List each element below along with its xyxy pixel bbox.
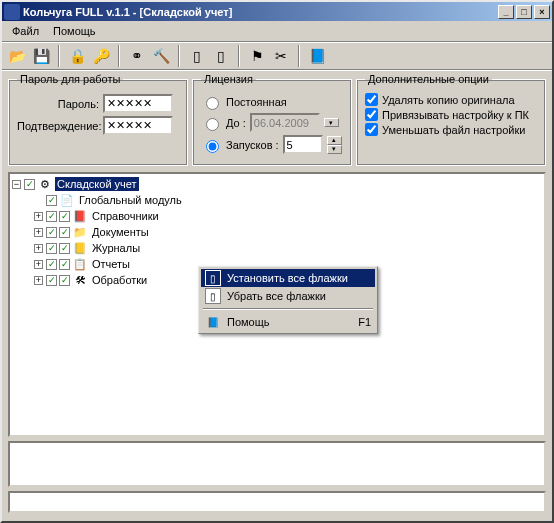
runs-input[interactable] xyxy=(283,135,323,154)
titlebar: Кольчуга FULL v.1.1 - [Складской учет] _… xyxy=(2,2,552,21)
runs-spin-down[interactable]: ▾ xyxy=(327,145,342,154)
expander-root[interactable]: − xyxy=(12,180,21,189)
maximize-button[interactable]: □ xyxy=(516,5,532,19)
tb-uncheckall-icon[interactable]: ▯ xyxy=(210,45,232,67)
book-icon: 📕 xyxy=(72,210,88,223)
report-icon: 📋 xyxy=(72,258,88,271)
process-icon: 🛠 xyxy=(72,274,88,286)
tree-n5[interactable]: Отчеты xyxy=(90,257,132,271)
status-panel xyxy=(8,491,546,513)
until-date-input[interactable] xyxy=(250,113,320,132)
tb-checkall-icon[interactable]: ▯ xyxy=(186,45,208,67)
menu-help[interactable]: Помощь xyxy=(47,23,102,39)
tb-lock-icon[interactable]: 🔒 xyxy=(66,45,88,67)
check-off-icon: ▯ xyxy=(205,288,221,304)
context-menu: ▯ Установить все флажки ▯ Убрать все фла… xyxy=(198,266,378,334)
label-opt2: Привязывать настройку к ПК xyxy=(382,109,529,121)
help-book-icon: 📘 xyxy=(205,314,221,330)
tree-n6[interactable]: Обработки xyxy=(90,273,149,287)
confirm-input[interactable] xyxy=(103,116,173,135)
expander-n5[interactable]: + xyxy=(34,260,43,269)
tb-tool-icon[interactable]: ✂ xyxy=(270,45,292,67)
check-reduce-file[interactable] xyxy=(365,123,378,136)
tb-open-icon[interactable]: 📂 xyxy=(6,45,28,67)
cm-set-all[interactable]: ▯ Установить все флажки xyxy=(201,269,375,287)
check2-n3[interactable]: ✓ xyxy=(59,227,70,238)
tb-key-icon[interactable]: 🔑 xyxy=(90,45,112,67)
check2-n6[interactable]: ✓ xyxy=(59,275,70,286)
check2-n2[interactable]: ✓ xyxy=(59,211,70,222)
cm-help[interactable]: 📘 Помощь F1 xyxy=(201,313,375,331)
check-n6[interactable]: ✓ xyxy=(46,275,57,286)
minimize-button[interactable]: _ xyxy=(498,5,514,19)
password-input[interactable] xyxy=(103,94,173,113)
tb-help-icon[interactable]: 📘 xyxy=(306,45,328,67)
menubar: Файл Помощь xyxy=(2,21,552,41)
label-opt1: Удалять копию оригинала xyxy=(382,94,515,106)
check-n1[interactable]: ✓ xyxy=(46,195,57,206)
menu-file[interactable]: Файл xyxy=(6,23,45,39)
expander-n6[interactable]: + xyxy=(34,276,43,285)
cm-help-key: F1 xyxy=(358,316,371,328)
label-runs: Запусков : xyxy=(226,139,279,151)
password-label: Пароль: xyxy=(17,98,99,110)
runs-spin-up[interactable]: ▴ xyxy=(327,136,342,145)
confirm-label: Подтверждение: xyxy=(17,120,99,132)
toolbar: 📂 💾 🔒 🔑 ⚭ 🔨 ▯ ▯ ⚑ ✂ 📘 xyxy=(2,41,552,71)
check-n4[interactable]: ✓ xyxy=(46,243,57,254)
expander-n4[interactable]: + xyxy=(34,244,43,253)
group-password-legend: Пароль для работы xyxy=(17,73,123,85)
tb-flag-icon[interactable]: ⚑ xyxy=(246,45,268,67)
label-opt3: Уменьшать файл настройки xyxy=(382,124,525,136)
tree-n1[interactable]: Глобальный модуль xyxy=(77,193,184,207)
check-n3[interactable]: ✓ xyxy=(46,227,57,238)
radio-permanent[interactable] xyxy=(206,97,219,110)
tree-n3[interactable]: Документы xyxy=(90,225,151,239)
cm-clear-all[interactable]: ▯ Убрать все флажки xyxy=(201,287,375,305)
group-password: Пароль для работы Пароль: Подтверждение: xyxy=(8,73,188,166)
expander-n2[interactable]: + xyxy=(34,212,43,221)
tree-n4[interactable]: Журналы xyxy=(90,241,142,255)
title-text: Кольчуга FULL v.1.1 - [Складской учет] xyxy=(23,6,496,18)
group-options-legend: Дополнительные опции xyxy=(365,73,492,85)
group-license-legend: Лицензия xyxy=(201,73,256,85)
group-options: Дополнительные опции Удалять копию ориги… xyxy=(356,73,546,166)
log-panel[interactable] xyxy=(8,441,546,487)
date-dropdown-icon[interactable]: ▾ xyxy=(324,118,339,127)
radio-until[interactable] xyxy=(206,118,219,131)
check-n2[interactable]: ✓ xyxy=(46,211,57,222)
close-button[interactable]: × xyxy=(534,5,550,19)
check2-n4[interactable]: ✓ xyxy=(59,243,70,254)
journal-icon: 📒 xyxy=(72,242,88,255)
config-icon: ⚙ xyxy=(37,178,53,191)
label-until: До : xyxy=(226,117,246,129)
cm-set-all-label: Установить все флажки xyxy=(227,272,371,284)
check-n5[interactable]: ✓ xyxy=(46,259,57,270)
tree-panel: − ✓ ⚙ Складской учет ✓ 📄 Глобальный моду… xyxy=(8,172,546,437)
check-delete-copy[interactable] xyxy=(365,93,378,106)
expander-n3[interactable]: + xyxy=(34,228,43,237)
folder-icon: 📁 xyxy=(72,226,88,239)
tb-hammer-icon[interactable]: 🔨 xyxy=(150,45,172,67)
check-bind-pc[interactable] xyxy=(365,108,378,121)
cm-clear-all-label: Убрать все флажки xyxy=(227,290,371,302)
check-on-icon: ▯ xyxy=(205,270,221,286)
module-icon: 📄 xyxy=(59,194,75,207)
tb-save-icon[interactable]: 💾 xyxy=(30,45,52,67)
label-permanent: Постоянная xyxy=(226,96,287,108)
app-icon xyxy=(4,4,20,20)
check2-n5[interactable]: ✓ xyxy=(59,259,70,270)
tree-n2[interactable]: Справочники xyxy=(90,209,161,223)
tb-link-icon[interactable]: ⚭ xyxy=(126,45,148,67)
radio-runs[interactable] xyxy=(206,140,219,153)
cm-help-label: Помощь xyxy=(227,316,352,328)
check-root[interactable]: ✓ xyxy=(24,179,35,190)
group-license: Лицензия Постоянная До : ▾ Запусков : ▴ … xyxy=(192,73,352,166)
tree-root[interactable]: Складской учет xyxy=(55,177,139,191)
